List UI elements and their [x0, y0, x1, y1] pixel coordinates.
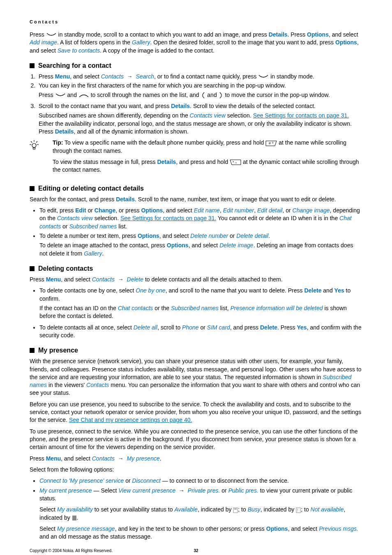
step-3: Scroll to the contact name that you want… — [37, 102, 362, 136]
deleting-bullets: To delete contacts one by one, select On… — [30, 287, 362, 339]
presence-p1: With the presence service (network servi… — [30, 357, 362, 397]
bullet-one-by-one: To delete contacts one by one, select On… — [39, 287, 362, 320]
section-title-searching: Searching for a contact — [30, 61, 362, 70]
scroll-down-icon — [258, 74, 269, 79]
scroll-up-icon — [78, 93, 89, 98]
svg-rect-13 — [72, 516, 76, 520]
tip-body: Tip: To view a specific name with the de… — [53, 139, 362, 177]
scroll-left-icon — [201, 92, 205, 99]
scroll-down-icon — [46, 32, 57, 37]
gallery-label: Gallery — [132, 39, 150, 46]
options-label: Options — [307, 31, 329, 38]
square-bullet-icon — [30, 348, 35, 353]
svg-line-1 — [31, 141, 32, 143]
step-1: Press Menu, and select Contacts → Search… — [37, 73, 362, 81]
section-title-presence: My presence — [30, 346, 362, 355]
available-indicator-icon — [233, 507, 238, 513]
page: Contacts Press in standby mode, scroll t… — [0, 0, 392, 555]
svg-rect-10 — [234, 509, 237, 509]
page-footer: Copyright © 2004 Nokia. All Rights Reser… — [30, 548, 362, 554]
presence-bullets: Connect to 'My presence' service or Disc… — [30, 477, 362, 541]
see-settings-link[interactable]: See Settings for contacts on page 31. — [120, 215, 217, 221]
scroll-right-icon — [219, 92, 224, 99]
section-title-editing: Editing or deleting contact details — [30, 184, 362, 193]
svg-text:# ⁰: # ⁰ — [269, 141, 274, 145]
bullet-delete-all: To delete contacts all at once, select D… — [39, 324, 362, 340]
svg-rect-9 — [233, 508, 238, 513]
see-settings-link[interactable]: See Settings for contacts on page 31. — [253, 112, 349, 119]
hash-key-icon: # ⁰ — [265, 140, 277, 146]
square-bullet-icon — [30, 186, 35, 191]
bullet-delete: To delete a number or text item, press O… — [39, 232, 362, 258]
square-bullet-icon — [30, 63, 35, 68]
copyright-text: Copyright © 2004 Nokia. All Rights Reser… — [30, 548, 184, 554]
presence-p5: Select from the following options: — [30, 466, 362, 474]
not-available-indicator-icon — [72, 515, 77, 521]
presence-p2: Before you can use presence, you need to… — [30, 401, 362, 424]
square-bullet-icon — [30, 266, 35, 271]
editing-bullets: To edit, press Edit or Change, or press … — [30, 207, 362, 258]
intro-paragraph: Press in standby mode, scroll to a conta… — [30, 31, 362, 55]
busy-indicator-icon: ! — [296, 507, 301, 513]
add-image-label: Add image — [30, 39, 57, 46]
bullet-current-presence: My current presence — Select View curren… — [39, 487, 362, 541]
deleting-intro: Press Menu, and select Contacts → Delete… — [30, 276, 362, 283]
page-number: 32 — [184, 548, 208, 554]
see-chat-link[interactable]: See Chat and my presence settings on pag… — [69, 417, 192, 423]
presence-p3: To use presence, connect to the service.… — [30, 428, 362, 451]
options-label: Options — [335, 39, 357, 46]
step-2: You can key in the first characters of t… — [37, 82, 362, 99]
svg-line-2 — [36, 141, 37, 143]
svg-text:!: ! — [297, 508, 298, 513]
svg-text:* ₊: * ₊ — [233, 160, 237, 164]
presence-p4: Press Menu, and select Contacts → My pre… — [30, 455, 362, 463]
star-key-icon: * ₊ — [230, 159, 241, 165]
details-label: Details — [269, 31, 288, 38]
editing-intro: Search for the contact, and press Detail… — [30, 196, 362, 203]
svg-rect-6 — [33, 147, 35, 149]
section-header: Contacts — [30, 19, 362, 25]
bullet-edit: To edit, press Edit or Change, or press … — [39, 207, 362, 230]
save-to-contacts-label: Save to contacts — [58, 47, 100, 54]
tip-icon — [30, 140, 38, 177]
svg-point-5 — [32, 143, 36, 147]
bullet-connect: Connect to 'My presence' service or Disc… — [39, 477, 362, 485]
section-title-deleting: Deleting contacts — [30, 264, 362, 273]
search-steps: Press Menu, and select Contacts → Search… — [30, 73, 362, 136]
scroll-down-icon — [55, 93, 66, 98]
